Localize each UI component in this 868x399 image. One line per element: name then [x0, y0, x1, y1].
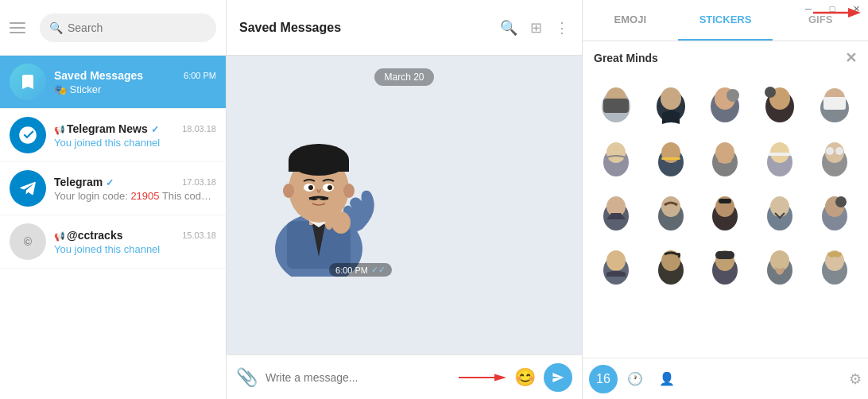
sticker-row-1: [589, 78, 862, 129]
emoji-button[interactable]: 😊: [514, 367, 536, 388]
svg-point-29: [727, 89, 739, 102]
messages-area: March 20: [227, 56, 582, 354]
chat-list: Saved Messages 6:00 PM 🎭 Sticker 📢Telegr…: [0, 56, 226, 399]
sticker-cell-12[interactable]: [645, 186, 696, 237]
svg-point-32: [765, 87, 776, 98]
sticker-settings-icon[interactable]: ⚙: [849, 370, 862, 388]
chat-item-cctracks[interactable]: © 📢@cctracks 15.03.18 You joined this ch…: [0, 215, 226, 269]
svg-rect-56: [719, 199, 731, 203]
date-badge: March 20: [374, 68, 433, 86]
chat-item-saved[interactable]: Saved Messages 6:00 PM 🎭 Sticker: [0, 56, 226, 109]
svg-rect-24: [603, 99, 629, 113]
chat-header-icons: 🔍 ⊞ ⋮: [500, 19, 569, 37]
svg-point-13: [327, 185, 332, 190]
chat-info-cctracks: 📢@cctracks 15.03.18 You joined this chan…: [54, 229, 216, 255]
maximize-button[interactable]: □: [820, 0, 844, 17]
sticker-cell-7[interactable]: [645, 132, 696, 183]
chat-name-telegram-news: 📢Telegram News ✓: [54, 122, 159, 135]
chat-preview-saved: 🎭 Sticker: [54, 83, 216, 95]
send-button[interactable]: [544, 363, 572, 392]
svg-point-26: [661, 87, 681, 110]
sticker-cell-13[interactable]: [699, 186, 750, 237]
chat-name-cctracks: 📢@cctracks: [54, 229, 122, 242]
sticker-cell-20[interactable]: [809, 240, 860, 291]
sticker-row-3: [589, 186, 862, 237]
sticker-cell-16[interactable]: [591, 240, 641, 291]
sidebar: 🔍 Saved Messages 6:00 PM 🎭 Sticker: [0, 0, 227, 399]
hamburger-menu[interactable]: [10, 17, 32, 39]
chat-item-telegram[interactable]: Telegram ✓ 17.03.18 Your login code: 219…: [0, 162, 226, 215]
chat-time-telegram-news: 18.03.18: [182, 124, 216, 134]
sticker-cell-6[interactable]: [591, 132, 641, 183]
chat-info-telegram: Telegram ✓ 17.03.18 Your login code: 219…: [54, 176, 216, 202]
chat-info-saved: Saved Messages 6:00 PM 🎭 Sticker: [54, 69, 216, 95]
chat-preview-cctracks: You joined this channel: [54, 243, 216, 255]
sticker-clock-icon[interactable]: 🕐: [621, 365, 649, 393]
chat-item-telegram-news[interactable]: 📢Telegram News ✓ 18.03.18 You joined thi…: [0, 109, 226, 162]
svg-point-61: [835, 196, 847, 207]
sticker-bottom-bar: 16 🕐 👤 ⚙: [583, 358, 868, 399]
check-mark: ✓✓: [371, 265, 386, 275]
search-box: 🔍: [40, 14, 216, 42]
chat-preview-telegram-news: You joined this channel: [54, 137, 216, 149]
sticker-grid: [583, 75, 868, 358]
chat-header: Saved Messages 🔍 ⊞ ⋮: [227, 0, 582, 56]
sticker-bottom-recent-wrapper: 16: [589, 365, 618, 393]
layout-icon[interactable]: ⊞: [530, 19, 542, 37]
search-header-icon[interactable]: 🔍: [500, 19, 517, 37]
svg-point-39: [661, 142, 680, 163]
main-chat: Saved Messages 🔍 ⊞ ⋮ March 20: [227, 0, 582, 399]
message-input[interactable]: [265, 371, 451, 384]
svg-marker-19: [494, 374, 506, 381]
svg-point-9: [343, 184, 355, 198]
svg-point-8: [283, 184, 294, 198]
sticker-recent-icon[interactable]: 16: [589, 365, 618, 393]
sticker-cell-11[interactable]: [591, 186, 641, 237]
svg-point-58: [770, 196, 789, 217]
close-panel-button[interactable]: ✕: [845, 49, 857, 67]
svg-point-63: [606, 250, 626, 271]
sticker-cell-9[interactable]: [754, 132, 805, 183]
close-button[interactable]: ✕: [844, 0, 868, 17]
sticker-image: [239, 102, 398, 277]
svg-rect-40: [661, 157, 680, 160]
sticker-cell-10[interactable]: [809, 132, 860, 183]
svg-point-37: [606, 142, 626, 163]
tab-stickers[interactable]: STICKERS: [678, 0, 773, 41]
sticker-cell-14[interactable]: [754, 186, 805, 237]
sticker-cell-1[interactable]: [591, 78, 641, 129]
svg-rect-68: [715, 251, 734, 259]
sticker-cell-3[interactable]: [699, 78, 750, 129]
chat-info-telegram-news: 📢Telegram News ✓ 18.03.18 You joined thi…: [54, 122, 216, 149]
sticker-cell-17[interactable]: [645, 240, 696, 291]
chat-name-telegram: Telegram ✓: [54, 176, 114, 188]
attach-button[interactable]: 📎: [236, 367, 258, 388]
tab-emoji[interactable]: EMOJI: [583, 0, 678, 41]
sticker-cell-2[interactable]: [645, 78, 696, 129]
svg-rect-35: [823, 97, 846, 110]
sticker-cell-4[interactable]: [754, 78, 805, 129]
chat-time-cctracks: 15.03.18: [182, 230, 216, 240]
more-icon[interactable]: ⋮: [555, 19, 569, 37]
svg-point-17: [325, 219, 333, 230]
svg-point-70: [770, 250, 789, 271]
chat-time-telegram: 17.03.18: [182, 177, 216, 187]
sticker-cell-5[interactable]: [809, 78, 860, 129]
chat-preview-telegram: Your login code: 21905 This code ...: [54, 190, 216, 202]
sticker-cell-8[interactable]: [699, 132, 750, 183]
verified-icon-2: ✓: [106, 177, 114, 188]
search-input[interactable]: [68, 21, 207, 34]
avatar-telegram-news: [10, 117, 46, 153]
window-controls: ─ □ ✕: [796, 0, 868, 17]
input-area: 📎 😊: [227, 354, 582, 399]
chat-time-saved: 6:00 PM: [184, 71, 216, 80]
minimize-button[interactable]: ─: [796, 0, 820, 17]
verified-icon: ✓: [151, 124, 159, 135]
chat-header-title: Saved Messages: [239, 21, 492, 35]
sticker-cell-19[interactable]: [754, 240, 805, 291]
sticker-pack-icon[interactable]: 👤: [653, 365, 681, 393]
sticker-cell-15[interactable]: [809, 186, 860, 237]
message-time-overlay: 6:00 PM ✓✓: [329, 263, 392, 277]
svg-point-49: [835, 147, 843, 155]
sticker-cell-18[interactable]: [699, 240, 750, 291]
